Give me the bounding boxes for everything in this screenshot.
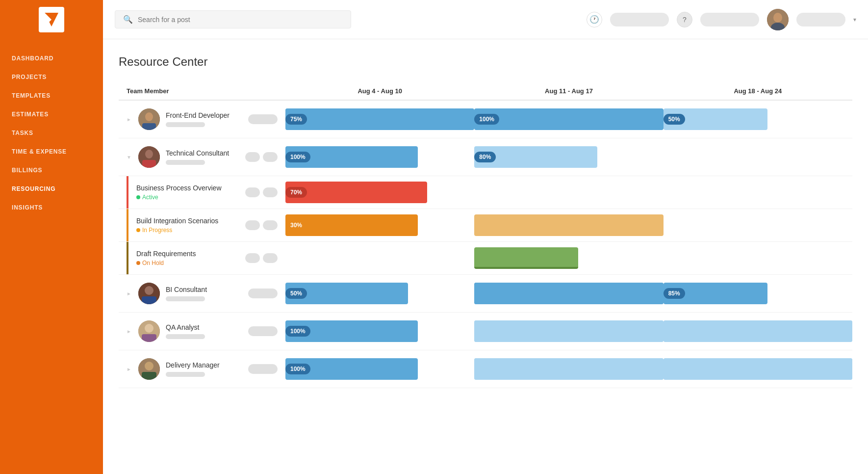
sidebar-item-estimates[interactable]: ESTIMATES	[0, 105, 103, 124]
bar-container: 100%	[285, 358, 474, 380]
bar-cell-col3: 85%	[664, 275, 852, 313]
action-pill[interactable]	[248, 289, 278, 298]
table-row: ► QA Analyst	[119, 313, 852, 350]
status-label: In Progress	[142, 227, 172, 234]
column-header-col1: Aug 4 - Aug 10	[285, 82, 474, 100]
action-pill[interactable]	[263, 253, 278, 263]
table-row: ► Delivery Manager	[119, 350, 852, 388]
table-row: Build Integration Scenarios In Progress	[119, 209, 852, 242]
project-cell: Draft Requirements On Hold	[119, 242, 285, 275]
member-subtitle	[166, 372, 205, 377]
expand-arrow[interactable]: ►	[127, 367, 132, 372]
avatar-svg	[138, 358, 160, 380]
sidebar-item-time-expense[interactable]: TIME & EXPENSE	[0, 142, 103, 161]
column-header-member: Team Member	[119, 82, 285, 100]
svg-point-15	[145, 324, 153, 333]
bar-container	[474, 214, 663, 236]
bar-cell-col3	[664, 138, 852, 176]
member-info-row: ► Delivery Manager	[119, 350, 285, 388]
page-content: Resource Center Team Member Aug 4 - Aug …	[103, 39, 868, 474]
action-pill[interactable]	[245, 220, 260, 230]
user-status-pill	[700, 13, 759, 26]
member-info-row: ► BI Consultant	[119, 275, 285, 312]
action-pill[interactable]	[245, 152, 260, 162]
project-info-row: Build Integration Scenarios In Progress	[119, 209, 285, 241]
sidebar-navigation: DASHBOARD PROJECTS TEMPLATES ESTIMATES T…	[0, 39, 103, 227]
user-avatar[interactable]	[767, 9, 789, 30]
project-actions	[245, 220, 278, 230]
sidebar-item-dashboard[interactable]: DASHBOARD	[0, 49, 103, 68]
member-name: Technical Consultant	[166, 149, 239, 157]
sidebar-item-tasks[interactable]: TASKS	[0, 124, 103, 142]
bar-container	[664, 320, 852, 342]
table-row: ▼ Technical Consultant	[119, 138, 852, 176]
action-pill[interactable]	[263, 220, 278, 230]
member-cell: ► BI Consultant	[119, 275, 285, 313]
bar-cell-col1: 100%	[285, 313, 474, 350]
svg-point-12	[145, 286, 153, 295]
avatar-svg	[138, 146, 160, 168]
status-dot	[136, 228, 140, 232]
bar-cell-col1: 50%	[285, 275, 474, 313]
project-info: Draft Requirements On Hold	[136, 250, 239, 266]
resource-table: Team Member Aug 4 - Aug 10 Aug 11 - Aug …	[119, 82, 852, 388]
avatar-svg	[138, 320, 160, 342]
help-icon[interactable]: ?	[677, 12, 692, 27]
svg-point-6	[145, 112, 153, 121]
action-pill[interactable]	[263, 152, 278, 162]
project-info-row: Draft Requirements On Hold	[119, 242, 285, 274]
sidebar-item-resourcing[interactable]: RESOURCING	[0, 180, 103, 198]
expand-arrow[interactable]: ►	[127, 117, 132, 122]
bar-label: 75%	[285, 114, 307, 125]
action-pill[interactable]	[245, 187, 260, 197]
bar-cell-col2	[474, 242, 663, 275]
expand-arrow[interactable]: ►	[127, 329, 132, 334]
action-pill[interactable]	[263, 187, 278, 197]
member-name: Delivery Manager	[166, 361, 242, 369]
sidebar-item-insights[interactable]: INSIGHTS	[0, 198, 103, 217]
bar-cell-col3	[664, 313, 852, 350]
sidebar-item-templates[interactable]: TEMPLATES	[0, 86, 103, 105]
search-input[interactable]	[138, 16, 343, 24]
member-name: Front-End Developer	[166, 111, 242, 119]
member-info-row: ► Front-End Developer	[119, 101, 285, 138]
action-pill[interactable]	[245, 253, 260, 263]
bar-label: 80%	[474, 152, 496, 162]
action-pill[interactable]	[248, 364, 278, 374]
sidebar-logo	[0, 0, 103, 39]
project-status: Active	[136, 194, 239, 201]
svg-rect-19	[142, 372, 156, 380]
expand-arrow[interactable]: ►	[127, 291, 132, 296]
bar-label: 85%	[664, 288, 685, 299]
member-info: Technical Consultant	[166, 149, 239, 165]
topbar-actions: 🕐 ? ▾	[587, 9, 856, 30]
bar-cell-col2	[474, 275, 663, 313]
sidebar-item-projects[interactable]: PROJECTS	[0, 68, 103, 86]
expand-arrow[interactable]: ▼	[127, 155, 132, 160]
member-actions	[248, 114, 278, 124]
notification-icon[interactable]: 🕐	[587, 12, 602, 27]
bar-cell-col2	[474, 176, 663, 209]
bar-container	[474, 358, 663, 380]
member-info-row: ► QA Analyst	[119, 313, 285, 350]
avatar-svg	[767, 9, 789, 30]
project-name: Draft Requirements	[136, 250, 239, 258]
bar-label: 50%	[285, 288, 307, 299]
member-actions	[248, 364, 278, 374]
member-subtitle	[166, 160, 205, 165]
action-pill[interactable]	[248, 114, 278, 124]
bar-label: 100%	[285, 152, 310, 162]
table-row: ► BI Consultant	[119, 275, 852, 313]
member-cell: ► Delivery Manager	[119, 350, 285, 388]
logo-icon	[43, 11, 60, 28]
member-name: BI Consultant	[166, 286, 242, 293]
project-cell: Build Integration Scenarios In Progress	[119, 209, 285, 242]
notification-status-pill	[610, 13, 669, 26]
action-pill[interactable]	[248, 326, 278, 336]
bar-cell-col2	[474, 209, 663, 242]
table-row: Draft Requirements On Hold	[119, 242, 852, 275]
search-box[interactable]: 🔍	[115, 10, 351, 28]
user-menu-chevron[interactable]: ▾	[853, 16, 856, 23]
project-info: Build Integration Scenarios In Progress	[136, 217, 239, 234]
sidebar-item-billings[interactable]: BILLINGS	[0, 161, 103, 180]
